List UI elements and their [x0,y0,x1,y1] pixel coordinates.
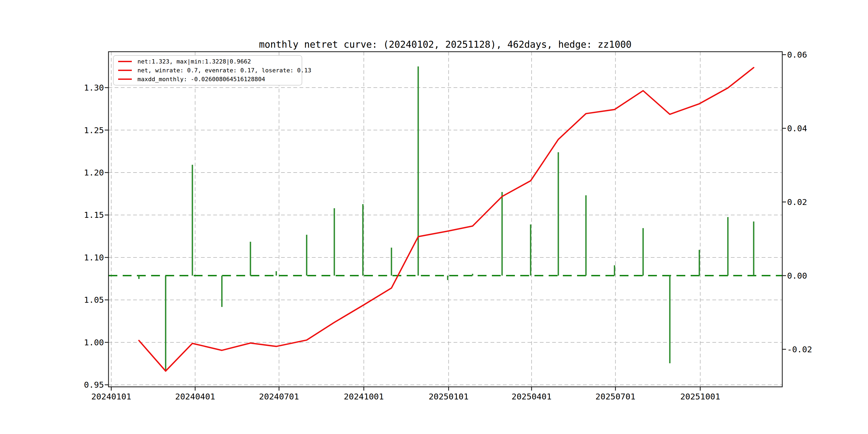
net-curve-line [139,67,754,371]
legend-line-swatch [118,70,132,71]
legend-item-label: net, winrate: 0.7, evenrate: 0.17, loser… [137,67,311,74]
x-axis-tick-label: 20250701 [595,392,636,401]
legend-item: net, winrate: 0.7, evenrate: 0.17, loser… [114,66,302,74]
left-axis-tick-label: 1.30 [84,83,104,92]
legend-item: net:1.323, max|min:1.3228|0.9662 [114,58,302,66]
chart-figure: monthly netret curve: (20240102, 2025112… [0,0,868,434]
left-axis-tick-label: 1.25 [84,125,104,135]
left-axis-tick-label: 1.15 [84,210,104,220]
x-axis-tick-label: 20240401 [175,392,215,401]
legend-item: maxdd_monthly: -0.026008064516128804 [114,75,302,83]
x-axis-tick-label: 20251001 [680,392,720,401]
right-axis-tick-label: 0.04 [787,124,807,133]
right-axis-tick-label: 0.00 [787,271,807,280]
right-axis-tick-label: -0.02 [787,344,812,354]
left-axis-tick-label: 0.95 [84,380,104,390]
legend: net:1.323, max|min:1.3228|0.9662net, win… [113,55,302,86]
legend-line-swatch [118,61,132,62]
left-axis-tick-label: 1.00 [84,338,104,347]
right-axis-tick-label: 0.02 [787,197,807,207]
chart-title: monthly netret curve: (20240102, 2025112… [259,39,632,50]
plot-border [108,52,782,387]
left-axis-tick-label: 1.10 [84,253,104,262]
x-axis-tick-label: 20240101 [91,392,131,401]
left-axis-tick-label: 1.20 [84,168,104,177]
x-axis-tick-label: 20250101 [429,392,469,401]
right-axis-tick-label: 0.06 [787,50,807,60]
x-axis-tick-label: 20250401 [512,392,552,401]
x-axis-tick-label: 20241001 [344,392,384,401]
legend-line-swatch [118,79,132,80]
legend-item-label: maxdd_monthly: -0.026008064516128804 [137,76,265,83]
legend-item-label: net:1.323, max|min:1.3228|0.9662 [137,58,251,65]
left-axis-tick-label: 1.05 [84,295,104,305]
x-axis-tick-label: 20240701 [259,392,299,401]
